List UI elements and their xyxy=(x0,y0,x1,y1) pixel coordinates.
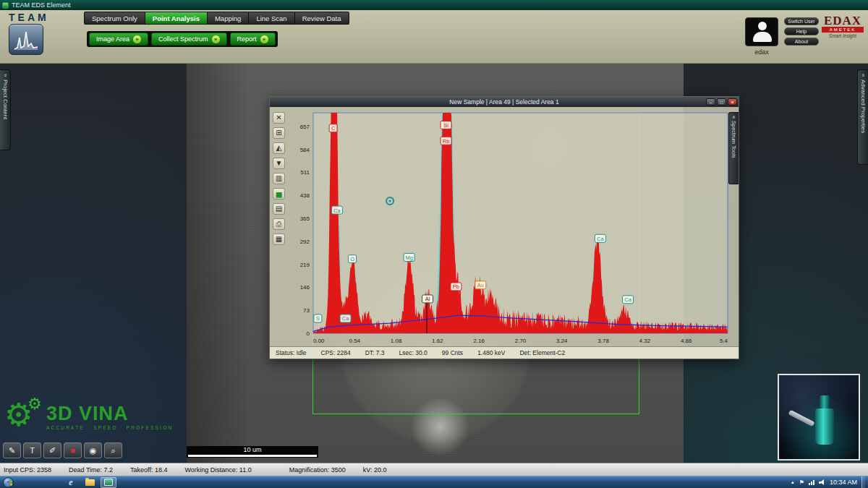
element-label-text: Au xyxy=(477,282,484,288)
switch-user-button[interactable]: Switch User xyxy=(784,17,819,25)
about-button[interactable]: About xyxy=(784,38,819,46)
network-icon[interactable] xyxy=(809,480,814,485)
tab-spectrum-only[interactable]: Spectrum Only xyxy=(85,12,145,24)
y-axis-tick: 0 xyxy=(307,330,310,337)
element-label-text: Ca xyxy=(624,296,631,303)
brush-icon[interactable]: ✐ xyxy=(43,442,61,458)
y-axis-tick: 511 xyxy=(300,169,310,176)
app-icon xyxy=(2,2,9,9)
maximize-button[interactable]: □ xyxy=(717,98,726,106)
x-axis-tick: 0.00 xyxy=(313,338,325,344)
project-content-tab[interactable]: » Project Content xyxy=(0,69,11,150)
overlay-icon[interactable]: ▤ xyxy=(273,203,285,215)
tab-review-data[interactable]: Review Data xyxy=(295,12,349,24)
expand-scale-icon[interactable]: ⊞ xyxy=(273,127,285,139)
scale-bar-label: 10 um xyxy=(243,446,261,453)
team-app-taskbar-icon[interactable] xyxy=(101,477,116,488)
spectrum-tools-label: Spectrum Tools xyxy=(731,121,737,158)
spectrum-status-item: 99 Cnts xyxy=(442,349,463,356)
spectrum-status-item: DT: 7.3 xyxy=(365,349,385,356)
collect-spectrum-button[interactable]: Collect Spectrum» xyxy=(151,33,227,46)
windows-flag-icon xyxy=(7,480,12,486)
element-label-text: Al xyxy=(425,296,430,302)
y-axis-tick: 292 xyxy=(300,239,310,245)
vina-logo-subtitle: ACCURATE · SPEED · PROFESSION xyxy=(46,425,173,430)
spectrum-status-bar: Status: IdleCPS: 2284DT: 7.3Lsec: 30.099… xyxy=(270,346,739,359)
element-label-text: C xyxy=(331,125,336,132)
tab-point-analysis[interactable]: Point Analysis xyxy=(145,12,207,24)
x-axis-tick: 2.16 xyxy=(473,338,485,344)
status-item: Dead Time: 7.2 xyxy=(69,466,113,474)
x-axis-tick: 4.32 xyxy=(639,338,651,344)
camera-icon[interactable]: ◉ xyxy=(84,442,102,458)
x-axis-tick: 3.78 xyxy=(597,338,609,344)
edax-logo-text: EDAX xyxy=(822,14,864,27)
element-label-text: O xyxy=(350,256,354,262)
y-axis-tick: 365 xyxy=(300,215,310,222)
help-button[interactable]: Help xyxy=(784,27,819,35)
main-canvas: » Project Content « Advanced Properties … xyxy=(0,64,868,463)
show-desktop-button[interactable] xyxy=(861,476,865,488)
element-label-text: Ca xyxy=(342,315,349,322)
app-header: TEAM Spectrum OnlyPoint AnalysisMappingL… xyxy=(0,10,868,64)
screen: TEAM EDS Element TEAM Spectrum OnlyPoint… xyxy=(0,0,868,488)
minimize-button[interactable]: – xyxy=(706,98,715,106)
spectrum-window-title: New Sample | Area 49 | Selected Area 1 xyxy=(449,98,558,106)
image-area-button[interactable]: Image Area» xyxy=(89,33,148,46)
chevron-right-icon: » xyxy=(133,35,141,43)
chevron-right-icon: » xyxy=(260,35,268,43)
x-axis-tick: 4.86 xyxy=(681,338,692,344)
element-label-text: S xyxy=(316,315,320,322)
pinned-apps: e xyxy=(63,477,116,488)
y-axis-tick: 584 xyxy=(300,147,310,153)
plot-area[interactable] xyxy=(313,113,728,333)
close-button[interactable]: ✕ xyxy=(728,98,737,106)
taskbar-clock[interactable]: 10:34 AM xyxy=(830,479,857,486)
action-label: Report xyxy=(237,35,257,43)
action-center-flag-icon[interactable]: ⚑ xyxy=(799,479,804,486)
roi-icon[interactable]: ▥ xyxy=(273,173,285,184)
hidden-icons-chevron[interactable]: ▲ xyxy=(791,480,795,484)
cursor-marker-icon[interactable]: ▼ xyxy=(273,158,285,169)
chevron-right-icon: » xyxy=(212,35,220,43)
tab-line-scan[interactable]: Line Scan xyxy=(249,12,294,24)
color-swatch-icon[interactable]: ■ xyxy=(64,442,82,458)
x-axis-tick: 1.62 xyxy=(432,338,443,344)
text-tool-icon[interactable]: T xyxy=(23,442,41,458)
status-item: Input CPS: 2358 xyxy=(4,466,51,474)
explorer-folder-icon[interactable] xyxy=(82,477,98,488)
edax-logo: EDAX AMETEK Smart Insight xyxy=(822,14,864,38)
element-label-text: Si xyxy=(443,122,448,129)
spectrum-window: New Sample | Area 49 | Selected Area 1 –… xyxy=(269,96,739,359)
vina-logo-title: 3D VINA xyxy=(46,404,173,424)
spectrum-tools-tab[interactable]: « Spectrum Tools xyxy=(728,112,739,184)
spectrum-window-titlebar[interactable]: New Sample | Area 49 | Selected Area 1 –… xyxy=(270,97,739,107)
user-avatar[interactable] xyxy=(745,17,778,46)
chevron-right-icon: » xyxy=(2,74,9,77)
zoom-icon[interactable]: ⌕ xyxy=(104,442,122,458)
brush-shape xyxy=(788,410,814,427)
x-axis-tick: 1.08 xyxy=(391,338,402,344)
print-icon[interactable]: ⎙ xyxy=(273,218,285,230)
eds-spectrum-chart[interactable]: CCaSCaOMgAlSiRbPbAuCaCa0.000.541.081.622… xyxy=(289,108,728,348)
report-button[interactable]: Report» xyxy=(230,33,276,46)
bottle-shape xyxy=(815,408,834,445)
status-item: kV: 20.0 xyxy=(363,466,387,474)
clear-spectrum-icon[interactable]: ✕ xyxy=(273,112,285,124)
table-icon[interactable]: ▦ xyxy=(273,234,285,245)
y-axis-tick: 657 xyxy=(300,124,310,130)
start-button[interactable] xyxy=(3,477,14,488)
window-title: TEAM EDS Element xyxy=(12,1,71,9)
advanced-properties-tab[interactable]: « Advanced Properties xyxy=(857,69,868,165)
preview-thumbnail[interactable] xyxy=(778,374,860,461)
peak-id-icon[interactable]: ◭ xyxy=(273,142,285,154)
pencil-icon[interactable]: ✎ xyxy=(3,442,21,458)
element-label-text: Mg xyxy=(405,254,412,261)
edax-logo-tagline: Smart Insight xyxy=(822,33,864,38)
volume-icon[interactable] xyxy=(819,479,825,485)
user-buttons: Switch UserHelpAbout xyxy=(784,17,819,46)
element-label-text: Ca xyxy=(597,236,604,242)
histogram-icon[interactable]: ▅ xyxy=(273,188,285,200)
internet-explorer-icon[interactable]: e xyxy=(63,477,79,488)
tab-mapping[interactable]: Mapping xyxy=(208,12,248,24)
